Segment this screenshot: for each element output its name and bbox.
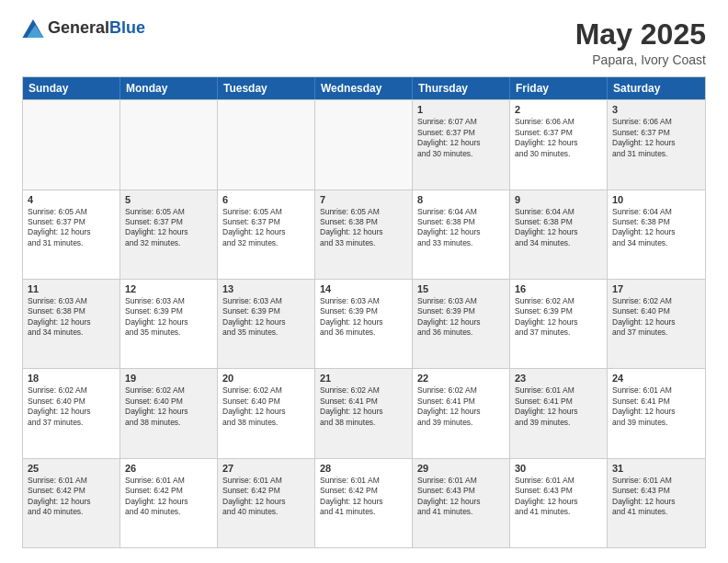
day-number: 22 [417, 373, 505, 384]
cell-info: Sunrise: 6:01 AM Sunset: 6:43 PM Dayligh… [612, 476, 700, 518]
logo-general: General [48, 18, 109, 37]
cell-info: Sunrise: 6:06 AM Sunset: 6:37 PM Dayligh… [612, 117, 700, 159]
day-number: 17 [612, 283, 700, 294]
day-number: 26 [125, 463, 212, 474]
cell-info: Sunrise: 6:06 AM Sunset: 6:37 PM Dayligh… [515, 117, 602, 159]
day-number: 27 [222, 463, 310, 474]
cell-info: Sunrise: 6:01 AM Sunset: 6:42 PM Dayligh… [222, 476, 310, 518]
cell-info: Sunrise: 6:01 AM Sunset: 6:42 PM Dayligh… [125, 476, 212, 518]
day-number: 9 [515, 194, 602, 205]
cell-info: Sunrise: 6:01 AM Sunset: 6:43 PM Dayligh… [515, 476, 602, 518]
calendar-cell: 5Sunrise: 6:05 AM Sunset: 6:37 PM Daylig… [120, 190, 218, 279]
logo-icon [22, 19, 44, 38]
calendar-cell: 1Sunrise: 6:07 AM Sunset: 6:37 PM Daylig… [413, 100, 510, 189]
cell-info: Sunrise: 6:01 AM Sunset: 6:43 PM Dayligh… [417, 476, 505, 518]
cell-info: Sunrise: 6:05 AM Sunset: 6:37 PM Dayligh… [125, 207, 212, 249]
logo: GeneralBlue [22, 18, 145, 38]
day-number: 3 [612, 104, 700, 115]
calendar-cell [315, 100, 413, 189]
calendar-cell: 27Sunrise: 6:01 AM Sunset: 6:42 PM Dayli… [218, 459, 315, 547]
calendar-week: 4Sunrise: 6:05 AM Sunset: 6:37 PM Daylig… [23, 190, 705, 279]
main-title: May 2025 [575, 18, 706, 51]
header: GeneralBlue May 2025 Papara, Ivory Coast [22, 18, 706, 67]
day-number: 1 [417, 104, 505, 115]
cell-info: Sunrise: 6:03 AM Sunset: 6:39 PM Dayligh… [222, 296, 310, 339]
day-number: 14 [320, 283, 407, 294]
calendar-cell: 7Sunrise: 6:05 AM Sunset: 6:38 PM Daylig… [315, 190, 413, 279]
day-number: 6 [222, 194, 310, 205]
calendar-cell: 17Sunrise: 6:02 AM Sunset: 6:40 PM Dayli… [608, 280, 705, 368]
calendar-cell: 22Sunrise: 6:02 AM Sunset: 6:41 PM Dayli… [413, 369, 510, 457]
calendar-cell: 29Sunrise: 6:01 AM Sunset: 6:43 PM Dayli… [413, 459, 510, 547]
logo-blue: Blue [109, 18, 145, 37]
calendar-week: 1Sunrise: 6:07 AM Sunset: 6:37 PM Daylig… [23, 99, 705, 189]
cell-info: Sunrise: 6:01 AM Sunset: 6:42 PM Dayligh… [28, 476, 115, 518]
calendar-header-cell: Tuesday [218, 77, 315, 99]
day-number: 30 [515, 463, 602, 474]
cell-info: Sunrise: 6:02 AM Sunset: 6:40 PM Dayligh… [28, 385, 115, 428]
calendar-cell: 4Sunrise: 6:05 AM Sunset: 6:37 PM Daylig… [23, 190, 120, 279]
calendar-cell: 20Sunrise: 6:02 AM Sunset: 6:40 PM Dayli… [218, 369, 315, 457]
calendar-cell: 10Sunrise: 6:04 AM Sunset: 6:38 PM Dayli… [608, 190, 705, 279]
cell-info: Sunrise: 6:03 AM Sunset: 6:39 PM Dayligh… [320, 296, 407, 339]
day-number: 29 [417, 463, 505, 474]
day-number: 7 [320, 194, 407, 205]
calendar-cell [120, 100, 218, 189]
calendar-cell: 28Sunrise: 6:01 AM Sunset: 6:42 PM Dayli… [315, 459, 413, 547]
calendar-cell: 24Sunrise: 6:01 AM Sunset: 6:41 PM Dayli… [608, 369, 705, 457]
cell-info: Sunrise: 6:02 AM Sunset: 6:39 PM Dayligh… [515, 296, 602, 339]
day-number: 5 [125, 194, 212, 205]
calendar-cell: 12Sunrise: 6:03 AM Sunset: 6:39 PM Dayli… [120, 280, 218, 368]
cell-info: Sunrise: 6:02 AM Sunset: 6:41 PM Dayligh… [417, 385, 505, 428]
calendar-cell: 21Sunrise: 6:02 AM Sunset: 6:41 PM Dayli… [315, 369, 413, 457]
day-number: 2 [515, 104, 602, 115]
calendar-cell: 6Sunrise: 6:05 AM Sunset: 6:37 PM Daylig… [218, 190, 315, 279]
day-number: 11 [28, 283, 115, 294]
calendar-header-cell: Monday [120, 77, 218, 99]
day-number: 24 [612, 373, 700, 384]
calendar-cell: 19Sunrise: 6:02 AM Sunset: 6:40 PM Dayli… [120, 369, 218, 457]
cell-info: Sunrise: 6:02 AM Sunset: 6:40 PM Dayligh… [222, 385, 310, 428]
calendar-cell: 8Sunrise: 6:04 AM Sunset: 6:38 PM Daylig… [413, 190, 510, 279]
cell-info: Sunrise: 6:02 AM Sunset: 6:40 PM Dayligh… [125, 385, 212, 428]
cell-info: Sunrise: 6:03 AM Sunset: 6:39 PM Dayligh… [417, 296, 505, 339]
calendar-cell: 14Sunrise: 6:03 AM Sunset: 6:39 PM Dayli… [315, 280, 413, 368]
subtitle: Papara, Ivory Coast [575, 52, 706, 67]
cell-info: Sunrise: 6:01 AM Sunset: 6:41 PM Dayligh… [515, 385, 602, 428]
calendar-cell: 31Sunrise: 6:01 AM Sunset: 6:43 PM Dayli… [608, 459, 705, 547]
day-number: 20 [222, 373, 310, 384]
calendar-cell: 18Sunrise: 6:02 AM Sunset: 6:40 PM Dayli… [23, 369, 120, 457]
day-number: 23 [515, 373, 602, 384]
calendar-header-cell: Friday [510, 77, 608, 99]
cell-info: Sunrise: 6:04 AM Sunset: 6:38 PM Dayligh… [417, 207, 505, 249]
day-number: 15 [417, 283, 505, 294]
calendar-cell [218, 100, 315, 189]
calendar-header-cell: Wednesday [315, 77, 413, 99]
calendar-body: 1Sunrise: 6:07 AM Sunset: 6:37 PM Daylig… [23, 99, 705, 547]
cell-info: Sunrise: 6:02 AM Sunset: 6:41 PM Dayligh… [320, 385, 407, 428]
calendar-cell: 26Sunrise: 6:01 AM Sunset: 6:42 PM Dayli… [120, 459, 218, 547]
page: GeneralBlue May 2025 Papara, Ivory Coast… [0, 0, 728, 563]
day-number: 31 [612, 463, 700, 474]
calendar-header-cell: Thursday [413, 77, 510, 99]
cell-info: Sunrise: 6:05 AM Sunset: 6:37 PM Dayligh… [28, 207, 115, 249]
calendar-cell: 9Sunrise: 6:04 AM Sunset: 6:38 PM Daylig… [510, 190, 608, 279]
day-number: 10 [612, 194, 700, 205]
calendar-week: 18Sunrise: 6:02 AM Sunset: 6:40 PM Dayli… [23, 368, 705, 457]
cell-info: Sunrise: 6:01 AM Sunset: 6:42 PM Dayligh… [320, 476, 407, 518]
calendar-cell: 16Sunrise: 6:02 AM Sunset: 6:39 PM Dayli… [510, 280, 608, 368]
day-number: 25 [28, 463, 115, 474]
calendar-cell: 15Sunrise: 6:03 AM Sunset: 6:39 PM Dayli… [413, 280, 510, 368]
day-number: 8 [417, 194, 505, 205]
calendar-header-cell: Saturday [608, 77, 705, 99]
calendar-header: SundayMondayTuesdayWednesdayThursdayFrid… [23, 77, 705, 99]
cell-info: Sunrise: 6:03 AM Sunset: 6:39 PM Dayligh… [125, 296, 212, 339]
title-block: May 2025 Papara, Ivory Coast [575, 18, 706, 67]
cell-info: Sunrise: 6:02 AM Sunset: 6:40 PM Dayligh… [612, 296, 700, 339]
calendar-cell: 3Sunrise: 6:06 AM Sunset: 6:37 PM Daylig… [608, 100, 705, 189]
day-number: 18 [28, 373, 115, 384]
calendar-cell: 2Sunrise: 6:06 AM Sunset: 6:37 PM Daylig… [510, 100, 608, 189]
day-number: 13 [222, 283, 310, 294]
day-number: 16 [515, 283, 602, 294]
cell-info: Sunrise: 6:07 AM Sunset: 6:37 PM Dayligh… [417, 117, 505, 159]
